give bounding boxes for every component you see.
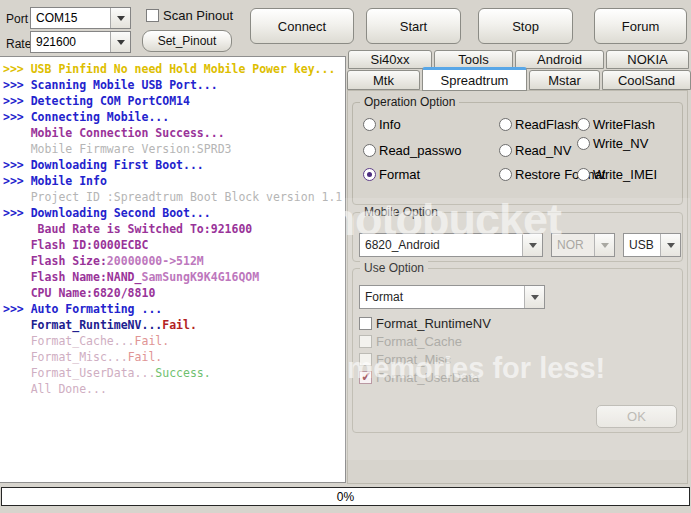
chevron-down-icon[interactable] <box>110 8 130 28</box>
chevron-down-icon[interactable] <box>524 286 544 308</box>
tab-mtk[interactable]: Mtk <box>347 70 420 90</box>
radio-icon[interactable] <box>499 118 512 131</box>
log-segment: Format_UserData... <box>3 366 155 380</box>
radio-read_passwo[interactable]: Read_passwo <box>363 143 461 158</box>
log-line: Flash ID:0000ECBC <box>3 237 343 253</box>
model-select[interactable]: 6820_Android <box>359 233 543 257</box>
log-line: All Done... <box>3 381 343 397</box>
radio-icon[interactable] <box>577 168 590 181</box>
progress-percent: 0% <box>337 490 354 504</box>
chevron-down-icon <box>531 295 539 300</box>
connect-button[interactable]: Connect <box>250 8 354 44</box>
radio-write_imei[interactable]: Write_IMEI <box>577 167 657 182</box>
radio-readflash[interactable]: ReadFlash <box>499 117 578 132</box>
chevron-down-icon[interactable] <box>522 234 542 256</box>
checkbox-icon[interactable] <box>359 317 372 330</box>
log-segment: Mobile Connection Success... <box>3 126 225 140</box>
log-segment: >>> Downloading First Boot... <box>3 158 204 172</box>
checkbox-label: Format_Cache <box>376 334 462 349</box>
radio-label: Read_NV <box>515 143 571 158</box>
tab-si40xx[interactable]: Si40xx <box>348 50 432 69</box>
radio-format[interactable]: Format <box>363 167 420 182</box>
chevron-down-icon[interactable] <box>110 32 130 52</box>
log-line: Format_RuntimeNV...Fail. <box>3 317 343 333</box>
radio-read_nv[interactable]: Read_NV <box>499 143 571 158</box>
operation-option-group: Operation Option InfoReadFlashWriteFlash… <box>352 102 683 205</box>
scan-pinout-label: Scan Pinout <box>163 8 233 23</box>
tab-mstar[interactable]: Mstar <box>529 70 600 90</box>
start-button[interactable]: Start <box>366 8 461 44</box>
log-line: Baud Rate is Switched To:921600 <box>3 221 343 237</box>
use-mode-select[interactable]: Format <box>359 285 545 309</box>
chevron-down-icon <box>601 243 609 248</box>
rate-value: 921600 <box>31 35 110 49</box>
log-segment: Flash Name:NAND_ <box>3 270 141 284</box>
use-option-title: Use Option <box>360 261 428 275</box>
radio-icon[interactable] <box>499 168 512 181</box>
radio-icon[interactable] <box>577 118 590 131</box>
log-segment: Success. <box>155 366 210 380</box>
radio-label: Info <box>379 117 401 132</box>
log-line: Mobile Connection Success... <box>3 125 343 141</box>
log-segment: CPU Name:6820/8810 <box>3 286 155 300</box>
tab-coolsand[interactable]: CoolSand <box>602 70 691 90</box>
stop-button[interactable]: Stop <box>478 8 573 44</box>
tab-android[interactable]: Android <box>515 50 604 69</box>
radio-icon[interactable] <box>363 144 376 157</box>
log-line: >>> Downloading Second Boot... <box>3 205 343 221</box>
chevron-down-icon <box>667 243 675 248</box>
log-line: >>> Detecting COM PortCOM14 <box>3 93 343 109</box>
log-segment: Fail. <box>135 334 170 348</box>
chevron-down-icon[interactable] <box>660 234 680 256</box>
log-line: >>> USB Pinfind No need Hold Mobile Powe… <box>3 61 343 77</box>
set-pinout-button[interactable]: Set_Pinout <box>142 30 232 52</box>
log-output[interactable]: >>> USB Pinfind No need Hold Mobile Powe… <box>0 56 346 483</box>
log-line: Format_Cache...Fail. <box>3 333 343 349</box>
log-segment: >>> Scanning Mobile USB Port... <box>3 78 218 92</box>
chevron-down-icon <box>529 243 537 248</box>
checkbox-label: Format_RuntimeNV <box>376 316 491 331</box>
interface-select[interactable]: USB <box>623 233 681 257</box>
radio-icon[interactable] <box>363 118 376 131</box>
checkbox-format_runtimenv[interactable]: Format_RuntimeNV <box>359 316 491 331</box>
radio-icon[interactable] <box>499 144 512 157</box>
radio-info[interactable]: Info <box>363 117 401 132</box>
radio-label: Write_IMEI <box>593 167 657 182</box>
log-line: >>> Auto Formatting ... <box>3 301 343 317</box>
rate-select[interactable]: 921600 <box>30 31 131 53</box>
checkbox-label: Format_UserData <box>376 370 479 385</box>
checkbox-format_userdata: Format_UserData <box>359 370 479 385</box>
radio-write_nv[interactable]: Write_NV <box>577 136 648 151</box>
chevron-down-icon <box>117 40 125 45</box>
radio-writeflash[interactable]: WriteFlash <box>577 117 655 132</box>
log-segment: Format_Misc... <box>3 350 128 364</box>
log-line: CPU Name:6820/8810 <box>3 285 343 301</box>
log-line: Project ID :Spreadtrum Boot Block versio… <box>3 189 343 205</box>
tab-spreadtrum[interactable]: Spreadtrum <box>422 67 527 91</box>
checkbox-format_cache: Format_Cache <box>359 334 462 349</box>
radio-icon[interactable] <box>363 168 376 181</box>
log-segment: >>> Mobile Info <box>3 174 107 188</box>
tab-row-bottom: MtkSpreadtrumMstarCoolSand <box>347 70 691 90</box>
log-line: Flash Size:20000000->512M <box>3 253 343 269</box>
scan-pinout-checkbox[interactable]: Scan Pinout <box>146 8 233 23</box>
log-segment: Flash Size: <box>3 254 107 268</box>
chevron-down-icon <box>117 16 125 21</box>
forum-button[interactable]: Forum <box>594 8 687 44</box>
port-select[interactable]: COM15 <box>30 7 131 29</box>
tab-nokia[interactable]: NOKIA <box>606 50 689 69</box>
log-segment: Format_RuntimeNV... <box>3 318 162 332</box>
operation-option-title: Operation Option <box>360 95 459 109</box>
log-segment: Fail. <box>128 350 163 364</box>
log-line: Format_UserData...Success. <box>3 365 343 381</box>
flash-type-select: NOR <box>551 233 615 257</box>
log-segment: Baud Rate is Switched To:921600 <box>3 222 252 236</box>
interface-value: USB <box>624 238 660 252</box>
radio-label: Format <box>379 167 420 182</box>
radio-icon[interactable] <box>577 137 590 150</box>
checkbox-label: Format_Misc <box>376 352 451 367</box>
mobile-option-group: Mobile Option 6820_Android NOR USB <box>352 212 683 262</box>
port-value: COM15 <box>31 11 110 25</box>
checkbox-icon[interactable] <box>146 9 159 22</box>
ok-button[interactable]: OK <box>596 405 677 428</box>
